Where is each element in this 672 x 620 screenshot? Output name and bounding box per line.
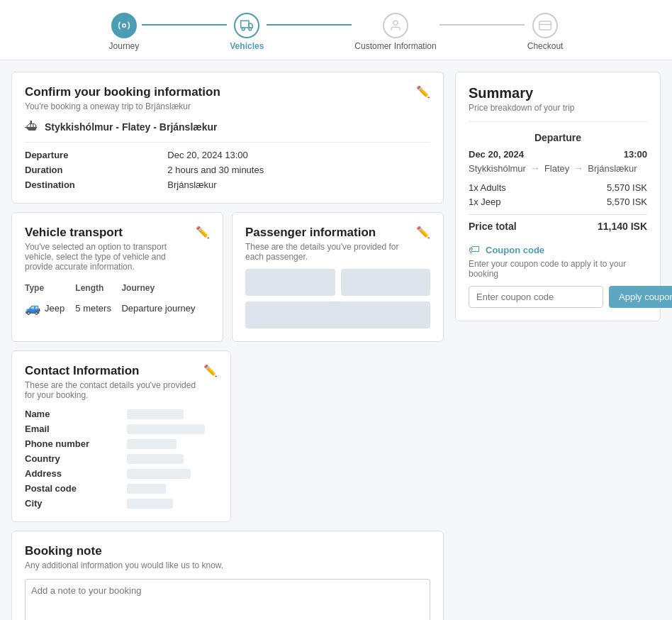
coupon-icon: 🏷 <box>469 243 480 256</box>
coupon-row: Apply coupon <box>469 286 647 308</box>
contact-name-label: Name <box>25 409 116 419</box>
summary-subtitle: Price breakdown of your trip <box>469 103 647 113</box>
departure-heading: Departure <box>469 132 647 143</box>
total-price: 11,140 ISK <box>598 221 647 232</box>
contact-address-label: Address <box>25 468 116 479</box>
main-content: Confirm your booking information You're … <box>0 60 672 620</box>
svg-rect-1 <box>241 21 249 28</box>
booking-note-title: Booking note <box>25 544 430 558</box>
col-length: Length <box>75 280 121 296</box>
jeep-icon: 🚙 <box>25 300 40 316</box>
price-items: 1x Adults 5,570 ISK 1x Jeep 5,570 ISK Pr… <box>469 182 647 232</box>
step-customer-icon <box>383 13 408 38</box>
passenger-blurred <box>245 269 430 328</box>
vehicle-title: Vehicle transport <box>25 226 196 240</box>
route-text: Stykkishólmur - Flatey - Brjánslækur <box>45 121 218 133</box>
passenger-edit-icon[interactable]: ✏️ <box>416 226 430 239</box>
svg-point-0 <box>123 24 126 28</box>
step-customer-label: Customer Information <box>354 41 436 51</box>
coupon-input[interactable] <box>469 286 603 308</box>
destination-label: Destination <box>25 179 156 190</box>
step-customer: Customer Information <box>354 13 436 51</box>
jeep-label: 1x Jeep <box>469 196 501 207</box>
contact-country-value <box>127 454 184 464</box>
svg-rect-5 <box>539 21 551 30</box>
vehicle-journey: Departure journey <box>121 296 210 320</box>
booking-subtitle: You're booking a oneway trip to Brjánslæ… <box>25 101 220 111</box>
contact-address-value <box>127 469 191 479</box>
price-row-jeep: 1x Jeep 5,570 ISK <box>469 196 647 207</box>
svg-point-3 <box>249 28 252 31</box>
pass-block-2 <box>341 269 431 296</box>
route-row: ⛴ Stykkishólmur - Flatey - Brjánslækur <box>25 111 430 143</box>
contact-phone-label: Phone number <box>25 438 116 449</box>
booking-note-textarea[interactable] <box>25 579 430 620</box>
vehicle-title-group: Vehicle transport You've selected an opt… <box>25 226 196 272</box>
passenger-title-group: Passenger information These are the deta… <box>245 226 416 262</box>
step-journey-icon <box>111 13 137 38</box>
booking-edit-icon[interactable]: ✏️ <box>416 85 430 99</box>
step-vehicles-icon <box>234 13 259 38</box>
passenger-card: Passenger information These are the deta… <box>232 212 444 342</box>
summary-title: Summary <box>469 85 647 101</box>
passenger-title: Passenger information <box>245 226 416 240</box>
departure-label: Departure <box>25 150 156 160</box>
departure-date: Dec 20, 2024 <box>469 149 524 160</box>
arrow-icon-2: → <box>573 162 583 174</box>
summary-divider-1 <box>469 121 647 122</box>
coupon-section: 🏷 Coupon code Enter your coupon code to … <box>469 243 647 308</box>
passenger-subtitle: These are the details you've provided fo… <box>245 242 416 262</box>
left-column: Confirm your booking information You're … <box>11 72 444 620</box>
contact-card: Contact Information These are the contac… <box>11 350 231 522</box>
step-vehicles: Vehicles <box>230 13 264 51</box>
summary-via: Flatey <box>544 163 569 174</box>
booking-info-header: Confirm your booking information You're … <box>25 85 430 111</box>
pass-block-1 <box>245 269 335 296</box>
contact-header: Contact Information These are the contac… <box>25 364 218 400</box>
vehicle-row: 🚙 Jeep 5 meters Departure journey <box>25 296 210 320</box>
svg-point-4 <box>393 21 398 25</box>
contact-name-value <box>127 409 184 419</box>
apply-coupon-button[interactable]: Apply coupon <box>609 286 672 308</box>
vehicle-length: 5 meters <box>75 296 121 320</box>
arrow-icon-1: → <box>530 162 540 174</box>
passenger-header: Passenger information These are the deta… <box>245 226 430 262</box>
contact-postal-label: Postal code <box>25 483 116 494</box>
coupon-title: Coupon code <box>486 245 544 255</box>
right-column: Summary Price breakdown of your trip Dep… <box>455 72 661 620</box>
booking-details: Departure Dec 20, 2024 13:00 Duration 2 … <box>25 150 430 190</box>
departure-time: 13:00 <box>624 149 647 160</box>
summary-card: Summary Price breakdown of your trip Dep… <box>455 72 661 321</box>
contact-postal-value <box>127 484 166 494</box>
price-total-row: Price total 11,140 ISK <box>469 214 647 232</box>
step-journey: Journey <box>109 13 140 51</box>
contact-subtitle: These are the contact details you've pro… <box>25 380 203 400</box>
stepper: Journey Vehicles Customer Information Ch… <box>0 0 672 60</box>
step-checkout: Checkout <box>527 13 564 51</box>
duration-label: Duration <box>25 165 156 175</box>
price-row-adults: 1x Adults 5,570 ISK <box>469 182 647 193</box>
connector-2 <box>267 24 352 26</box>
contact-title: Contact Information <box>25 364 203 378</box>
vehicle-subtitle: You've selected an option to transport v… <box>25 242 196 272</box>
jeep-price: 5,570 ISK <box>607 196 647 207</box>
summary-from: Stykkishólmur <box>469 163 526 174</box>
vehicle-edit-icon[interactable]: ✏️ <box>196 226 210 239</box>
booking-note-card: Booking note Any additional information … <box>11 531 444 620</box>
contact-fields: Name Email Phone number Country Address … <box>25 409 218 509</box>
contact-country-label: Country <box>25 453 116 464</box>
contact-city-label: City <box>25 498 116 509</box>
vehicle-card: Vehicle transport You've selected an opt… <box>11 212 223 342</box>
pass-block-3 <box>245 301 430 328</box>
booking-info-card: Confirm your booking information You're … <box>11 72 444 204</box>
contact-edit-icon[interactable]: ✏️ <box>203 364 218 377</box>
contact-email-value <box>127 424 205 434</box>
booking-note-subtitle: Any additional information you would lik… <box>25 560 430 570</box>
adults-price: 5,570 ISK <box>607 182 647 193</box>
coupon-header: 🏷 Coupon code <box>469 243 647 256</box>
contact-title-group: Contact Information These are the contac… <box>25 364 203 400</box>
col-journey: Journey <box>121 280 210 296</box>
vehicle-type: Jeep <box>45 303 65 314</box>
summary-to: Brjánslækur <box>588 163 637 174</box>
vehicle-type-cell: 🚙 Jeep <box>25 296 75 320</box>
